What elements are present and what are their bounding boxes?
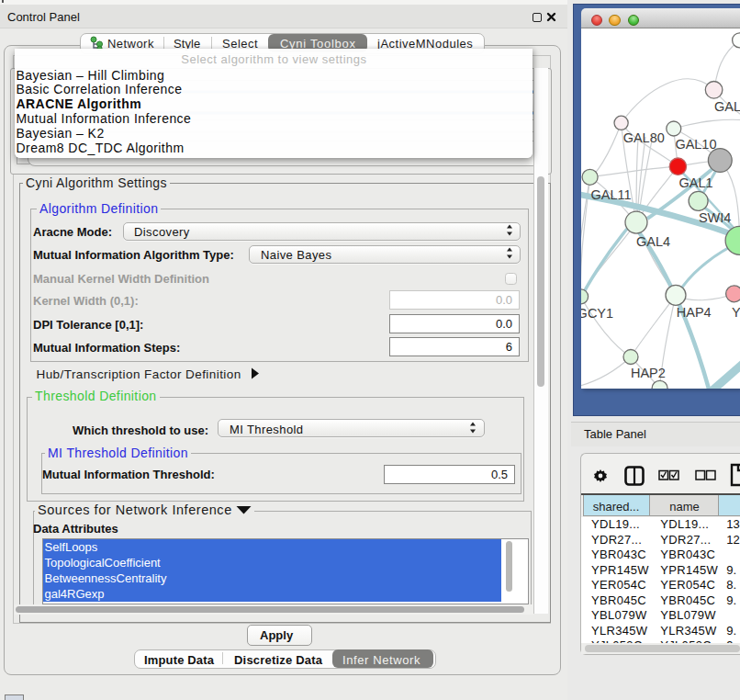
svg-text:GAL7: GAL7 <box>714 99 740 114</box>
svg-text:GAL11: GAL11 <box>591 187 632 202</box>
svg-text:Y: Y <box>732 305 739 320</box>
svg-text:GAL80: GAL80 <box>623 130 665 145</box>
svg-text:HAP2: HAP2 <box>631 366 666 380</box>
svg-text:GAL4: GAL4 <box>636 234 670 249</box>
svg-text:HAP4: HAP4 <box>677 305 712 320</box>
svg-text:SWI4: SWI4 <box>699 210 731 225</box>
svg-text:GAL1: GAL1 <box>679 175 713 190</box>
svg-text:GAL10: GAL10 <box>676 137 717 152</box>
svg-text:GCY1: GCY1 <box>581 306 613 321</box>
